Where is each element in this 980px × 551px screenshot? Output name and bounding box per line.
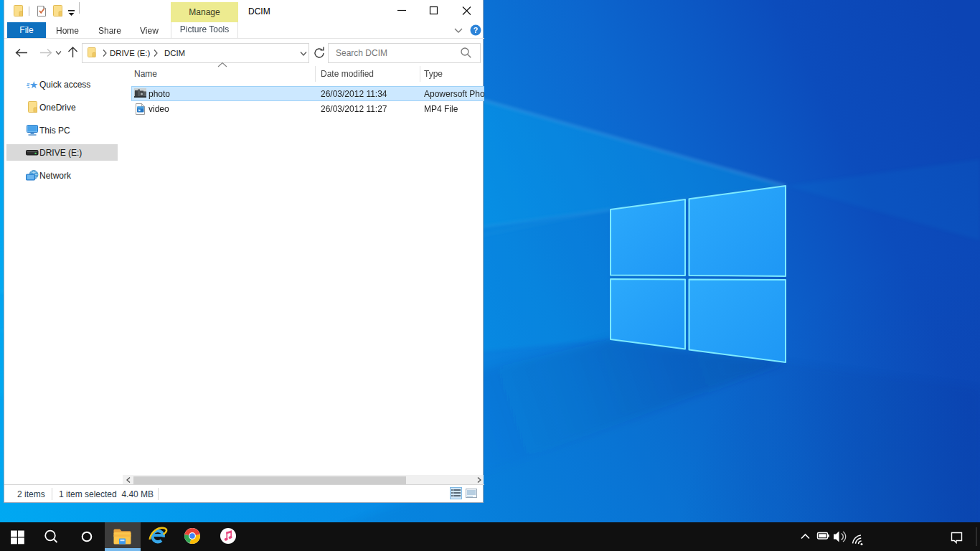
svg-text:DCIM: DCIM bbox=[164, 49, 185, 57]
svg-text:DRIVE (E:): DRIVE (E:) bbox=[110, 49, 151, 57]
svg-text:?: ? bbox=[473, 26, 479, 34]
